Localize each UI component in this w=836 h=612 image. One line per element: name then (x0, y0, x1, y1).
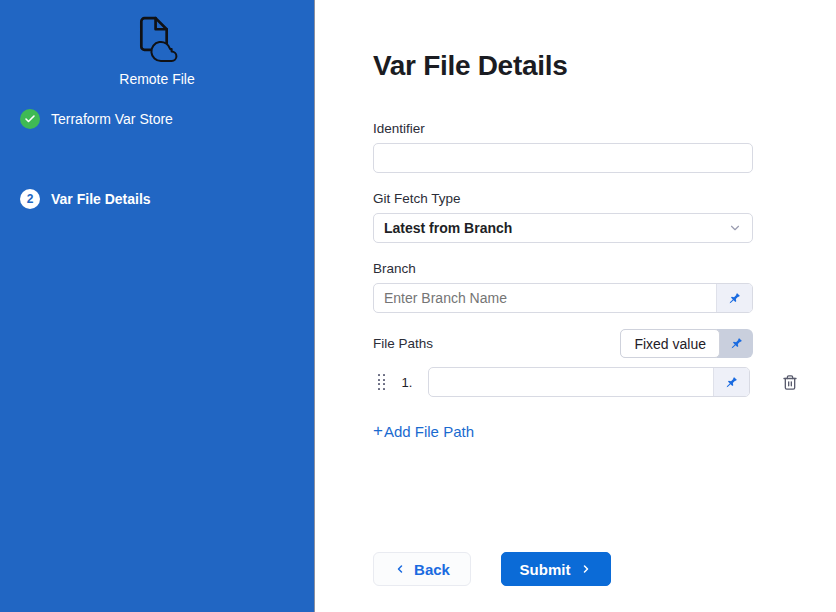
chevron-left-icon (394, 563, 406, 575)
file-paths-label: File Paths (373, 336, 433, 351)
row-index: 1. (402, 375, 422, 390)
identifier-input[interactable] (373, 143, 753, 173)
plus-icon: + (373, 421, 383, 441)
page-title: Var File Details (373, 50, 836, 82)
step-label: Terraform Var Store (51, 111, 173, 127)
store-type-header: Remote File (0, 12, 314, 87)
var-file-details-panel: Var File Details Identifier Git Fetch Ty… (315, 0, 836, 612)
back-button-label: Back (414, 561, 450, 578)
step-complete-icon (20, 109, 40, 129)
chevron-down-icon (728, 221, 742, 235)
file-paths-header: File Paths Fixed value (373, 329, 753, 358)
type-selector-pin-icon (720, 329, 753, 358)
step-number-badge: 2 (20, 189, 40, 209)
git-fetch-type-group: Git Fetch Type Latest from Branch (373, 191, 836, 243)
chevron-right-icon (580, 563, 592, 575)
wizard-footer: Back Submit (373, 552, 611, 586)
add-file-path-label: Add File Path (384, 423, 474, 440)
step-var-file-details[interactable]: 2 Var File Details (0, 189, 314, 209)
git-fetch-type-select[interactable]: Latest from Branch (373, 213, 753, 243)
branch-input[interactable] (374, 284, 716, 312)
file-path-row: 1. (373, 367, 836, 397)
identifier-group: Identifier (373, 121, 836, 173)
back-button[interactable]: Back (373, 552, 471, 586)
store-type-label: Remote File (119, 71, 194, 87)
submit-button-label: Submit (520, 561, 571, 578)
wizard-sidebar: Remote File Terraform Var Store 2 Var Fi… (0, 0, 315, 612)
branch-input-wrap (373, 283, 753, 313)
type-selector-value: Fixed value (620, 329, 720, 358)
git-fetch-type-label: Git Fetch Type (373, 191, 836, 206)
drag-handle[interactable] (378, 374, 385, 390)
wizard-steps: Terraform Var Store 2 Var File Details (0, 109, 314, 209)
step-label: Var File Details (51, 191, 151, 207)
var-file-wizard-dialog: Remote File Terraform Var Store 2 Var Fi… (0, 0, 836, 612)
file-path-input-wrap (428, 367, 750, 397)
file-path-input[interactable] (429, 368, 713, 396)
branch-group: Branch (373, 261, 836, 313)
add-file-path-button[interactable]: + Add File Path (373, 421, 474, 441)
file-paths-type-selector[interactable]: Fixed value (620, 329, 753, 358)
step-terraform-var-store[interactable]: Terraform Var Store (0, 109, 314, 129)
file-path-runtime-pin-button[interactable] (713, 368, 749, 396)
identifier-label: Identifier (373, 121, 836, 136)
submit-button[interactable]: Submit (501, 552, 611, 586)
remote-file-icon (133, 12, 181, 64)
branch-label: Branch (373, 261, 836, 276)
branch-runtime-pin-button[interactable] (716, 284, 752, 312)
delete-row-button[interactable] (780, 372, 800, 393)
git-fetch-type-value: Latest from Branch (384, 220, 512, 236)
